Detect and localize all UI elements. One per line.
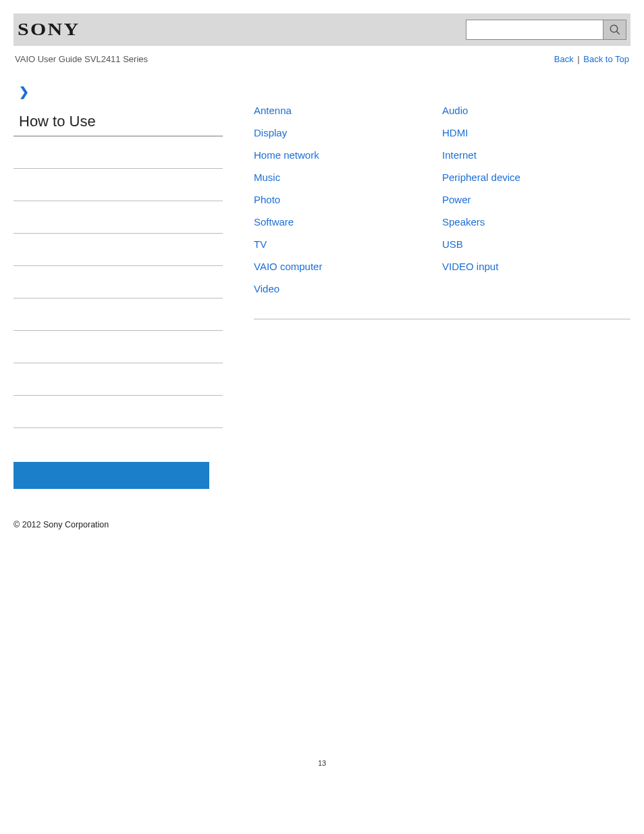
sidebar-item[interactable] (14, 331, 223, 363)
sidebar: ❯ How to Use © 2012 Sony Corporation (14, 84, 223, 529)
main-content: Antenna Display Home network Music Photo… (223, 84, 630, 319)
back-link[interactable]: Back (554, 54, 574, 64)
topic-column-1: Antenna Display Home network Music Photo… (254, 105, 442, 305)
sony-logo: SONY (18, 20, 80, 40)
link-separator: | (577, 54, 579, 64)
search-icon (609, 24, 621, 36)
sidebar-section-title: How to Use (14, 109, 223, 136)
topic-link-photo[interactable]: Photo (254, 194, 280, 205)
chevron-right-icon[interactable]: ❯ (19, 84, 223, 99)
topic-link-usb[interactable]: USB (442, 238, 463, 250)
topic-link-video-input[interactable]: VIDEO input (442, 261, 498, 272)
sidebar-item[interactable] (14, 266, 223, 298)
topic-link-columns: Antenna Display Home network Music Photo… (254, 105, 630, 319)
search-box (466, 20, 626, 40)
sidebar-item[interactable] (14, 169, 223, 201)
page-number: 13 (14, 759, 630, 767)
svg-line-1 (616, 31, 620, 34)
sub-header: VAIO User Guide SVL2411 Series Back | Ba… (14, 54, 630, 64)
topic-link-vaio-computer[interactable]: VAIO computer (254, 261, 322, 272)
sidebar-item[interactable] (14, 201, 223, 234)
topic-link-antenna[interactable]: Antenna (254, 105, 292, 116)
sidebar-item[interactable] (14, 396, 223, 428)
topic-link-peripheral-device[interactable]: Peripheral device (442, 172, 520, 183)
topic-link-internet[interactable]: Internet (442, 149, 477, 161)
back-to-top-link[interactable]: Back to Top (583, 54, 629, 64)
topic-link-home-network[interactable]: Home network (254, 149, 319, 161)
sidebar-item[interactable] (14, 136, 223, 169)
header-bar: SONY (14, 14, 630, 46)
topic-link-audio[interactable]: Audio (442, 105, 468, 116)
topic-link-video[interactable]: Video (254, 283, 279, 294)
sidebar-highlight-block[interactable] (14, 462, 209, 489)
topic-link-speakers[interactable]: Speakers (442, 216, 485, 228)
sidebar-item[interactable] (14, 298, 223, 331)
topic-link-power[interactable]: Power (442, 194, 471, 205)
topic-column-2: Audio HDMI Internet Peripheral device Po… (442, 105, 630, 305)
copyright-text: © 2012 Sony Corporation (14, 520, 223, 529)
topic-link-display[interactable]: Display (254, 127, 287, 138)
svg-point-0 (610, 25, 618, 32)
search-button[interactable] (603, 20, 626, 39)
sidebar-nav-list (14, 136, 223, 428)
topic-link-software[interactable]: Software (254, 216, 294, 228)
sidebar-item[interactable] (14, 234, 223, 266)
topic-link-hdmi[interactable]: HDMI (442, 127, 468, 138)
top-links: Back | Back to Top (554, 54, 629, 64)
search-input[interactable] (466, 20, 603, 39)
topic-link-music[interactable]: Music (254, 172, 280, 183)
guide-title: VAIO User Guide SVL2411 Series (15, 54, 148, 64)
topic-link-tv[interactable]: TV (254, 238, 267, 250)
sidebar-item[interactable] (14, 363, 223, 396)
